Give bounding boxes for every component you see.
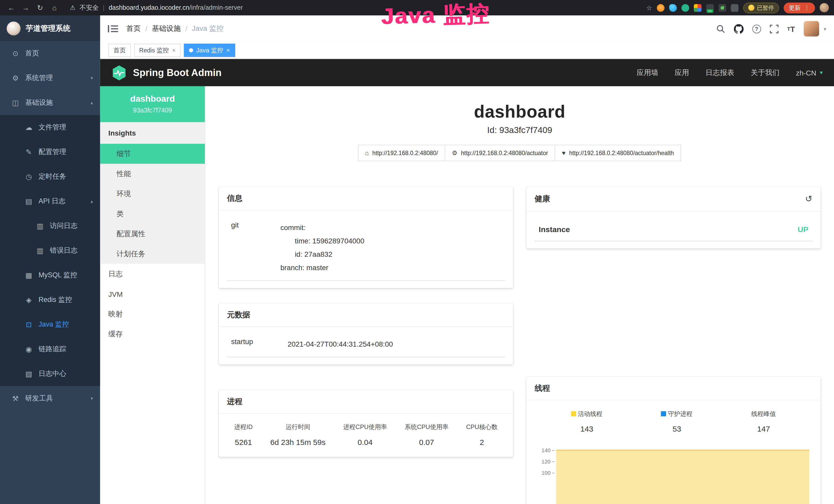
stat-pid: 进程ID 5261 [234,423,253,447]
app-logo[interactable]: 芋道管理系统 [0,16,100,41]
extension-vue-icon[interactable] [681,4,689,12]
sidebar-item-access-log[interactable]: ▥ 访问日志 [0,214,100,238]
sidebar-item-label: 日志中心 [39,369,66,379]
fullscreen-icon[interactable] [770,24,778,33]
tag-redis-monitor[interactable]: Redis 监控 × [134,44,181,57]
collapse-sidebar-button[interactable] [108,25,118,33]
sba-nav-about[interactable]: 关于我们 [751,68,780,77]
history-icon[interactable]: ↺ [805,193,812,204]
layers-icon: ◈ [25,296,33,304]
metadata-row-value: 2021-04-27T00:44:31.254+08:00 [288,337,393,351]
sidebar-item-redis[interactable]: ◈ Redis 监控 [0,288,100,312]
health-instance-row[interactable]: Instance UP [534,219,812,241]
sba-menu-classes[interactable]: 类 [100,204,205,224]
font-size-small: T [787,26,790,31]
metadata-row-startup: startup 2021-04-27T00:44:31.254+08:00 [227,334,505,358]
database-icon: ▦ [25,271,33,279]
insights-section: Insights 细节 性能 环境 类 配置属性 计划任务 [100,122,205,264]
browser-home-button[interactable]: ⌂ [48,2,61,14]
extension-leaf-icon[interactable] [719,4,726,12]
sba-brand-title[interactable]: Spring Boot Admin [133,67,222,78]
sba-nav-applications[interactable]: 应用 [675,68,689,77]
instance-header[interactable]: dashboard 93a3fc7f7409 [100,86,205,122]
sba-menu-configprops[interactable]: 配置属性 [100,224,205,244]
bookmark-star-icon[interactable]: ☆ [646,4,652,12]
extension-switch-icon[interactable]: on [706,4,714,12]
spring-boot-admin-frame: Spring Boot Admin 应用墙 应用 日志报表 关于我们 zh-CN… [100,59,834,504]
chart-plot-area [556,444,809,504]
sba-menu-environment[interactable]: 环境 [100,184,205,204]
github-icon[interactable] [734,24,744,33]
stat-label: 活动线程 [578,410,602,417]
language-selector[interactable]: zh-CN ▾ [796,69,823,77]
extension-fox-icon[interactable] [657,4,664,12]
update-button[interactable]: 更新⋮ [784,2,815,13]
y-tick-label: 140 [542,447,550,453]
sba-menu-scheduled-tasks[interactable]: 计划任务 [100,244,205,264]
sba-menu-logs[interactable]: 日志 [100,264,205,284]
sidebar-item-mysql[interactable]: ▦ MySQL 监控 [0,263,100,288]
sidebar-item-label: API 日志 [39,197,66,206]
sidebar-item-infra[interactable]: ◫ 基础设施 ▴ [0,90,100,115]
extension-drop-icon[interactable] [669,4,677,12]
sidebar-item-dev-tools[interactable]: ⚒ 研发工具 ▾ [0,386,100,411]
sidebar-item-tracing[interactable]: ◉ 链路追踪 [0,337,100,362]
sidebar-item-java-monitor[interactable]: ⊡ Java 监控 [0,312,100,337]
url-domain: dashboard.yudao.iocoder.cn [109,4,189,11]
sidebar-item-system[interactable]: ⚙ 系统管理 ▾ [0,66,100,90]
browser-reload-button[interactable]: ↻ [34,2,46,14]
breadcrumb-separator: / [185,25,188,33]
sba-nav-wallboard[interactable]: 应用墙 [637,68,658,77]
sidebar-item-config[interactable]: ✎ 配置管理 [0,140,100,164]
address-bar[interactable]: ⚠ 不安全 | dashboard.yudao.iocoder.cn/infra… [63,2,644,14]
search-icon[interactable] [716,24,725,33]
instance-home-link[interactable]: ⌂ http://192.168.0.2:48080/ [358,145,445,161]
stat-live-threads: 活动线程 143 [571,410,602,433]
sidebar-item-jobs[interactable]: ◷ 定时任务 [0,164,100,189]
sba-menu-details[interactable]: 细节 [100,144,205,164]
breadcrumb-item-infra[interactable]: 基础设施 [152,24,181,33]
wrench-icon: ⚙ [452,150,458,157]
sidebar-item-home[interactable]: ⊙ 首页 [0,41,100,66]
tag-java-monitor[interactable]: Java 监控 × [184,44,235,57]
extensions-puzzle-icon[interactable] [731,4,739,12]
stat-system-cpu: 系统CPU使用率 0.07 [404,423,448,447]
extension-grid-icon[interactable] [694,4,701,12]
sba-menu-jvm[interactable]: JVM [100,284,205,304]
browser-forward-button[interactable]: → [20,2,32,14]
sba-menu-mappings[interactable]: 映射 [100,304,205,324]
stat-cpu-cores: CPU核心数 2 [466,423,498,447]
breadcrumb-separator: / [146,25,148,33]
stat-value: 0.07 [404,438,448,446]
app-window: 芋道管理系统 ⊙ 首页 ⚙ 系统管理 ▾ ◫ 基础设施 ▴ ☁ 文件管理 ✎ [0,16,834,504]
sidebar-item-label: 配置管理 [39,147,66,157]
monitor-icon: ◫ [11,98,20,107]
sidebar-item-api-log[interactable]: ▤ API 日志 ▴ [0,189,100,214]
browser-back-button[interactable]: ← [5,2,18,14]
tag-close-icon[interactable]: × [226,47,230,54]
status-badge: UP [797,225,808,234]
sba-menu-caches[interactable]: 缓存 [100,324,205,344]
avatar-caret-icon[interactable]: ▾ [824,26,826,31]
font-size-icon[interactable]: TT [787,24,795,33]
help-icon[interactable]: ? [752,24,761,33]
tag-close-icon[interactable]: × [172,47,176,54]
sidebar-item-log-center[interactable]: ▧ 日志中心 [0,362,100,386]
link-url: http://192.168.0.2:48080/ [372,150,438,156]
browser-profile-avatar[interactable] [820,3,829,12]
user-avatar[interactable] [804,21,819,37]
tag-home[interactable]: 首页 [108,44,131,57]
sidebar-item-error-log[interactable]: ▥ 错误日志 [0,238,100,263]
sba-menu-metrics[interactable]: 性能 [100,164,205,184]
sidebar-item-files[interactable]: ☁ 文件管理 [0,115,100,140]
stat-label: 进程ID [234,423,253,432]
health-link[interactable]: ♥ http://192.168.0.2:48080/actuator/heal… [555,145,681,161]
sba-nav-journal[interactable]: 日志报表 [706,68,734,77]
page-title: dashboard [219,102,821,122]
breadcrumb-item-home[interactable]: 首页 [126,24,141,33]
actuator-link[interactable]: ⚙ http://192.168.0.2:48080/actuator [445,145,555,161]
document-icon: ▥ [36,222,44,230]
browser-toolbar: ← → ↻ ⌂ ⚠ 不安全 | dashboard.yudao.iocoder.… [0,0,834,16]
live-threads-area [556,450,809,504]
paused-badge[interactable]: 已暂停 [743,2,779,13]
